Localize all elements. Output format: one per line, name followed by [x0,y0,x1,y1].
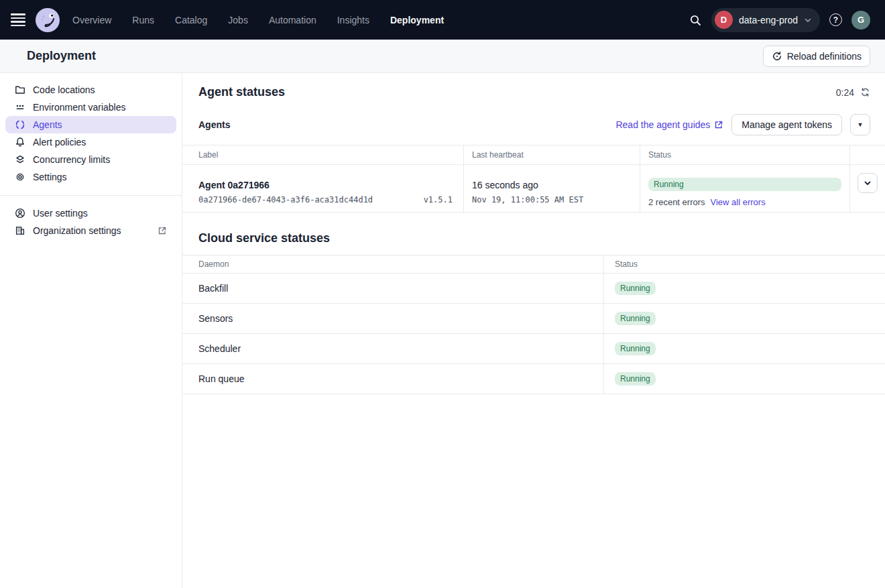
help-icon[interactable]: ? [829,13,842,26]
sidebar-item-concurrency-limits[interactable]: Concurrency limits [5,151,176,168]
reload-icon [772,51,782,62]
caret-down-icon: ▼ [858,121,864,128]
page-header: Deployment Reload definitions [0,40,885,73]
layers-icon [15,154,25,165]
refresh-timer: 0:24 [836,87,870,98]
sidebar-item-alert-policies[interactable]: Alert policies [5,133,176,151]
expand-agent-row-button[interactable] [858,173,878,193]
daemon-name: Sensors [182,304,604,333]
menu-icon[interactable] [11,11,30,30]
agent-name: Agent 0a271966 [198,180,453,190]
sidebar-item-environment-variables[interactable]: Environment variables [5,99,176,116]
col-status: Status [604,259,885,269]
heartbeat-relative: 16 seconds ago [472,180,632,190]
deployment-name: data-eng-prod [739,15,798,25]
status-badge: Running [615,282,656,295]
col-daemon: Daemon [182,255,604,273]
agents-table: Label Last heartbeat Status Agent 0a2719… [182,145,885,213]
cloud-table-header: Daemon Status [182,255,885,274]
agents-section-label: Agents [198,119,230,130]
chevron-down-icon [804,16,812,24]
folder-icon [15,84,25,95]
status-badge: Running [615,342,656,355]
col-status: Status [640,145,850,164]
manage-agent-tokens-button[interactable]: Manage agent tokens [731,114,842,135]
deployment-sidebar: Code locations Environment variables Age… [0,73,182,588]
daemon-row-run-queue: Run queue Running [182,364,885,394]
deployment-switcher[interactable]: D data-eng-prod [711,8,820,32]
nav-overview[interactable]: Overview [72,15,111,25]
sidebar-divider [0,195,182,196]
bell-icon [15,137,25,148]
daemon-name: Run queue [182,364,604,394]
agent-guides-link[interactable]: Read the agent guides [615,119,723,130]
daemon-row-backfill: Backfill Running [182,274,885,304]
sidebar-item-code-locations[interactable]: Code locations [5,81,176,99]
search-icon[interactable] [689,13,702,27]
user-avatar[interactable]: G [851,11,870,30]
daemon-name: Backfill [182,274,604,303]
nav-insights[interactable]: Insights [337,15,369,25]
topnav-right: D data-eng-prod ? G [689,8,870,32]
cloud-services-table: Daemon Status Backfill Running Sensors R… [182,255,885,394]
col-label: Label [182,145,464,164]
variables-icon [15,102,25,113]
agent-version: v1.5.1 [424,195,453,204]
refresh-icon[interactable] [860,87,870,97]
status-badge: Running [648,178,841,191]
user-icon [15,208,25,219]
agent-actions-dropdown[interactable]: ▼ [850,114,870,135]
daemon-row-scheduler: Scheduler Running [182,334,885,364]
deployment-badge: D [715,11,733,29]
gear-icon [15,172,25,182]
daemon-name: Scheduler [182,334,604,363]
main-content: Agent statuses 0:24 Agents Read the agen… [182,73,885,588]
nav-jobs[interactable]: Jobs [228,15,248,25]
refresh-countdown: 0:24 [836,87,854,98]
agent-statuses-title: Agent statuses [198,85,285,99]
external-link-icon [714,120,723,129]
sidebar-item-agents[interactable]: Agents [5,116,176,133]
top-nav: Overview Runs Catalog Jobs Automation In… [0,0,885,40]
status-badge: Running [615,372,656,386]
daemon-row-sensors: Sensors Running [182,304,885,334]
agent-id: 0a271966-de67-4043-a3f6-aca31dc44d1d [198,195,373,204]
agents-table-header: Label Last heartbeat Status [182,145,885,165]
dagster-logo-icon[interactable] [35,7,60,33]
page-title: Deployment [27,49,96,63]
agent-row: Agent 0a271966 0a271966-de67-4043-a3f6-a… [182,165,885,213]
external-link-icon [158,226,167,235]
sidebar-item-settings[interactable]: Settings [5,168,176,186]
recent-errors-count: 2 recent errors [648,197,705,207]
agent-icon [15,119,25,130]
primary-nav: Overview Runs Catalog Jobs Automation In… [72,15,444,25]
sidebar-item-user-settings[interactable]: User settings [5,204,176,222]
status-badge: Running [615,312,656,325]
heartbeat-timestamp: Nov 19, 11:00:55 AM EST [472,195,632,204]
nav-catalog[interactable]: Catalog [175,15,207,25]
building-icon [15,225,25,236]
cloud-service-statuses-title: Cloud service statuses [198,231,870,245]
view-all-errors-link[interactable]: View all errors [711,197,766,207]
reload-definitions-button[interactable]: Reload definitions [763,46,870,67]
nav-automation[interactable]: Automation [269,15,316,25]
col-last-heartbeat: Last heartbeat [464,145,640,164]
nav-deployment[interactable]: Deployment [390,15,444,25]
chevron-down-icon [864,179,872,187]
nav-runs[interactable]: Runs [132,15,154,25]
sidebar-item-organization-settings[interactable]: Organization settings [5,222,176,239]
